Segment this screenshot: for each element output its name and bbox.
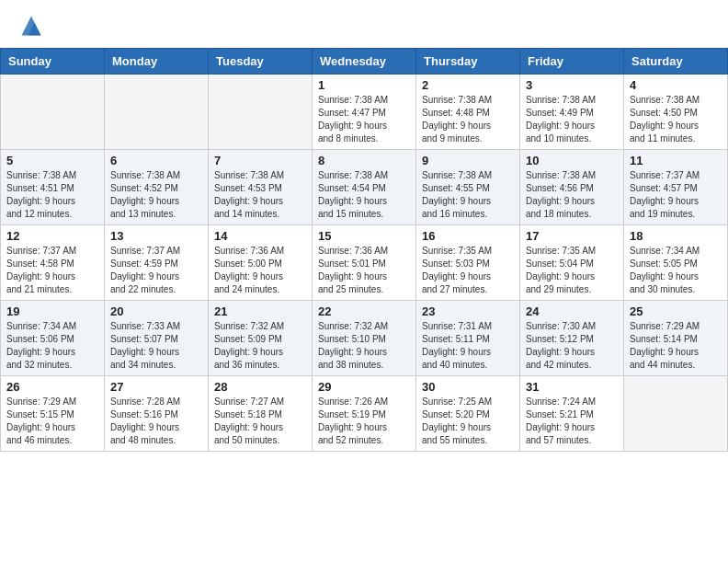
day-number: 16 (422, 229, 514, 243)
calendar-cell (209, 75, 313, 150)
calendar-cell: 31Sunrise: 7:24 AMSunset: 5:21 PMDayligh… (520, 376, 624, 452)
calendar-cell: 20Sunrise: 7:33 AMSunset: 5:07 PMDayligh… (105, 301, 209, 376)
day-number: 27 (110, 380, 202, 394)
day-info: Sunrise: 7:30 AMSunset: 5:12 PMDaylight:… (526, 320, 618, 372)
calendar-cell: 14Sunrise: 7:36 AMSunset: 5:00 PMDayligh… (209, 225, 313, 301)
header (0, 0, 728, 48)
day-number: 28 (214, 380, 306, 394)
calendar-cell: 17Sunrise: 7:35 AMSunset: 5:04 PMDayligh… (520, 225, 624, 301)
day-info: Sunrise: 7:35 AMSunset: 5:03 PMDaylight:… (422, 245, 514, 296)
calendar-cell: 16Sunrise: 7:35 AMSunset: 5:03 PMDayligh… (416, 225, 520, 301)
calendar-cell: 13Sunrise: 7:37 AMSunset: 4:59 PMDayligh… (105, 225, 209, 301)
day-number: 19 (6, 304, 98, 318)
calendar-cell (1, 75, 105, 150)
day-number: 2 (422, 78, 514, 92)
day-info: Sunrise: 7:28 AMSunset: 5:16 PMDaylight:… (110, 396, 202, 447)
logo (18, 13, 46, 39)
day-info: Sunrise: 7:31 AMSunset: 5:11 PMDaylight:… (422, 320, 514, 372)
day-number: 25 (630, 304, 722, 318)
day-number: 11 (630, 154, 722, 167)
calendar-cell: 9Sunrise: 7:38 AMSunset: 4:55 PMDaylight… (416, 150, 520, 225)
calendar-cell: 18Sunrise: 7:34 AMSunset: 5:05 PMDayligh… (624, 225, 728, 301)
weekday-header-monday: Monday (105, 49, 209, 75)
day-number: 4 (630, 78, 722, 92)
day-info: Sunrise: 7:37 AMSunset: 4:59 PMDaylight:… (110, 245, 202, 296)
calendar-cell: 6Sunrise: 7:38 AMSunset: 4:52 PMDaylight… (105, 150, 209, 225)
weekday-header-thursday: Thursday (416, 49, 520, 75)
day-number: 21 (214, 304, 306, 318)
day-info: Sunrise: 7:38 AMSunset: 4:52 PMDaylight:… (110, 169, 202, 221)
calendar-cell (624, 376, 728, 452)
weekday-header-wednesday: Wednesday (313, 49, 416, 75)
day-info: Sunrise: 7:38 AMSunset: 4:51 PMDaylight:… (6, 169, 98, 221)
calendar-week-row: 5Sunrise: 7:38 AMSunset: 4:51 PMDaylight… (1, 150, 728, 225)
day-number: 22 (318, 304, 410, 318)
calendar-cell: 23Sunrise: 7:31 AMSunset: 5:11 PMDayligh… (416, 301, 520, 376)
calendar-cell: 12Sunrise: 7:37 AMSunset: 4:58 PMDayligh… (1, 225, 105, 301)
day-info: Sunrise: 7:38 AMSunset: 4:55 PMDaylight:… (422, 169, 514, 221)
day-info: Sunrise: 7:26 AMSunset: 5:19 PMDaylight:… (318, 396, 410, 447)
logo-icon (18, 13, 44, 39)
calendar-cell: 8Sunrise: 7:38 AMSunset: 4:54 PMDaylight… (313, 150, 416, 225)
calendar-cell: 10Sunrise: 7:38 AMSunset: 4:56 PMDayligh… (520, 150, 624, 225)
page: SundayMondayTuesdayWednesdayThursdayFrid… (0, 0, 728, 563)
calendar-cell: 30Sunrise: 7:25 AMSunset: 5:20 PMDayligh… (416, 376, 520, 452)
day-info: Sunrise: 7:24 AMSunset: 5:21 PMDaylight:… (526, 396, 618, 447)
day-info: Sunrise: 7:36 AMSunset: 5:00 PMDaylight:… (214, 245, 306, 296)
calendar-cell: 27Sunrise: 7:28 AMSunset: 5:16 PMDayligh… (105, 376, 209, 452)
day-info: Sunrise: 7:38 AMSunset: 4:48 PMDaylight:… (422, 94, 514, 145)
calendar-week-row: 19Sunrise: 7:34 AMSunset: 5:06 PMDayligh… (1, 301, 728, 376)
day-number: 3 (526, 78, 618, 92)
day-number: 13 (110, 229, 202, 243)
day-info: Sunrise: 7:38 AMSunset: 4:56 PMDaylight:… (526, 169, 618, 221)
day-info: Sunrise: 7:35 AMSunset: 5:04 PMDaylight:… (526, 245, 618, 296)
day-info: Sunrise: 7:36 AMSunset: 5:01 PMDaylight:… (318, 245, 410, 296)
day-number: 10 (526, 154, 618, 167)
day-number: 15 (318, 229, 410, 243)
day-number: 20 (110, 304, 202, 318)
day-number: 6 (110, 154, 202, 167)
calendar-cell: 3Sunrise: 7:38 AMSunset: 4:49 PMDaylight… (520, 75, 624, 150)
day-info: Sunrise: 7:34 AMSunset: 5:06 PMDaylight:… (6, 320, 98, 372)
weekday-header-saturday: Saturday (624, 49, 728, 75)
day-info: Sunrise: 7:32 AMSunset: 5:10 PMDaylight:… (318, 320, 410, 372)
calendar-cell: 5Sunrise: 7:38 AMSunset: 4:51 PMDaylight… (1, 150, 105, 225)
day-info: Sunrise: 7:29 AMSunset: 5:15 PMDaylight:… (6, 396, 98, 447)
calendar-week-row: 12Sunrise: 7:37 AMSunset: 4:58 PMDayligh… (1, 225, 728, 301)
day-number: 1 (318, 78, 410, 92)
day-info: Sunrise: 7:38 AMSunset: 4:47 PMDaylight:… (318, 94, 410, 145)
day-info: Sunrise: 7:38 AMSunset: 4:50 PMDaylight:… (630, 94, 722, 145)
weekday-header-tuesday: Tuesday (209, 49, 313, 75)
calendar-cell: 22Sunrise: 7:32 AMSunset: 5:10 PMDayligh… (313, 301, 416, 376)
calendar-cell (105, 75, 209, 150)
day-number: 31 (526, 380, 618, 394)
day-info: Sunrise: 7:37 AMSunset: 4:57 PMDaylight:… (630, 169, 722, 221)
calendar-cell: 29Sunrise: 7:26 AMSunset: 5:19 PMDayligh… (313, 376, 416, 452)
day-number: 26 (6, 380, 98, 394)
day-number: 9 (422, 154, 514, 167)
day-number: 5 (6, 154, 98, 167)
day-info: Sunrise: 7:25 AMSunset: 5:20 PMDaylight:… (422, 396, 514, 447)
weekday-header-friday: Friday (520, 49, 624, 75)
calendar-cell: 21Sunrise: 7:32 AMSunset: 5:09 PMDayligh… (209, 301, 313, 376)
calendar-table: SundayMondayTuesdayWednesdayThursdayFrid… (0, 48, 728, 452)
day-number: 17 (526, 229, 618, 243)
day-number: 23 (422, 304, 514, 318)
day-info: Sunrise: 7:37 AMSunset: 4:58 PMDaylight:… (6, 245, 98, 296)
day-number: 8 (318, 154, 410, 167)
day-number: 14 (214, 229, 306, 243)
day-number: 30 (422, 380, 514, 394)
calendar-cell: 4Sunrise: 7:38 AMSunset: 4:50 PMDaylight… (624, 75, 728, 150)
day-number: 7 (214, 154, 306, 167)
calendar-cell: 26Sunrise: 7:29 AMSunset: 5:15 PMDayligh… (1, 376, 105, 452)
calendar-cell: 19Sunrise: 7:34 AMSunset: 5:06 PMDayligh… (1, 301, 105, 376)
weekday-header-row: SundayMondayTuesdayWednesdayThursdayFrid… (1, 49, 728, 75)
day-info: Sunrise: 7:33 AMSunset: 5:07 PMDaylight:… (110, 320, 202, 372)
calendar-cell: 25Sunrise: 7:29 AMSunset: 5:14 PMDayligh… (624, 301, 728, 376)
calendar-week-row: 1Sunrise: 7:38 AMSunset: 4:47 PMDaylight… (1, 75, 728, 150)
day-info: Sunrise: 7:27 AMSunset: 5:18 PMDaylight:… (214, 396, 306, 447)
calendar-cell: 28Sunrise: 7:27 AMSunset: 5:18 PMDayligh… (209, 376, 313, 452)
calendar-cell: 15Sunrise: 7:36 AMSunset: 5:01 PMDayligh… (313, 225, 416, 301)
calendar-cell: 24Sunrise: 7:30 AMSunset: 5:12 PMDayligh… (520, 301, 624, 376)
day-number: 29 (318, 380, 410, 394)
